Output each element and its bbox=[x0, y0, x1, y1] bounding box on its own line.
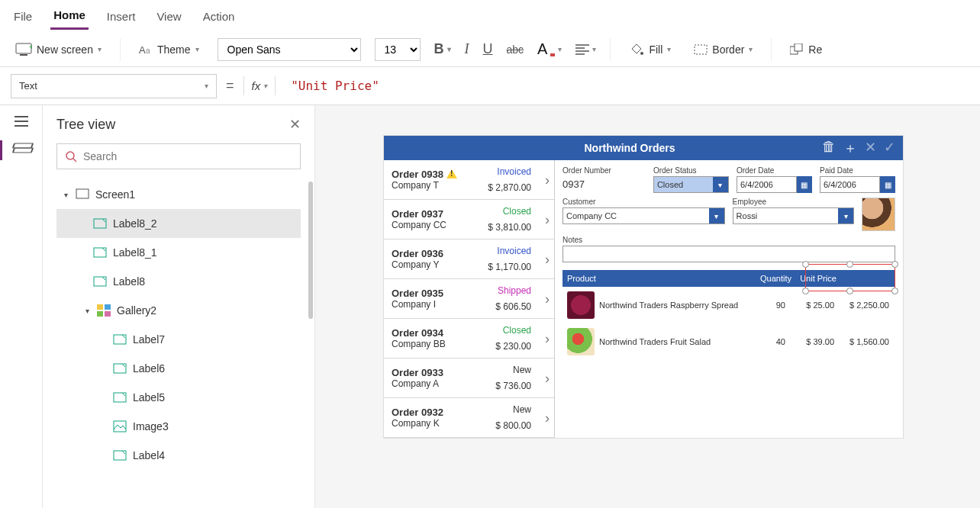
border-button[interactable]: Border ▾ bbox=[689, 40, 757, 59]
tree-item-image3[interactable]: Image3 bbox=[56, 412, 301, 441]
product-image bbox=[567, 291, 595, 319]
strikethrough-button[interactable]: abc bbox=[507, 43, 524, 56]
svg-rect-22 bbox=[114, 393, 126, 402]
chevron-down-icon: ▾ bbox=[838, 208, 853, 223]
close-panel-button[interactable]: ✕ bbox=[289, 116, 301, 133]
chevron-right-icon[interactable]: › bbox=[545, 291, 550, 307]
order-row[interactable]: Order 0933Company ANew$ 736.00› bbox=[384, 358, 554, 398]
app-preview: Northwind Orders 🗑 ＋ ✕ ✓ Order 0938Compa… bbox=[384, 136, 903, 438]
add-icon[interactable]: ＋ bbox=[843, 139, 857, 157]
order-row[interactable]: Order 0935Company IShipped$ 606.50› bbox=[384, 279, 554, 319]
app-title: Northwind Orders bbox=[437, 142, 822, 154]
menu-action[interactable]: Action bbox=[200, 4, 238, 29]
order-status: Shipped bbox=[498, 285, 531, 296]
tree-search[interactable] bbox=[56, 143, 301, 169]
label-icon bbox=[113, 362, 127, 375]
tree-item-label6[interactable]: Label6 bbox=[56, 354, 301, 383]
order-row[interactable]: Order 0932Company KNew$ 800.00› bbox=[384, 398, 554, 438]
tree: ▾ Screen1 Label8_2 Label8_1 L bbox=[56, 180, 301, 470]
menu-view[interactable]: View bbox=[153, 4, 184, 29]
bold-button[interactable]: B▾ bbox=[434, 41, 451, 57]
customer-select[interactable]: Company CC ▾ bbox=[563, 207, 725, 224]
chevron-down-icon: ▾ bbox=[592, 45, 596, 53]
accept-icon[interactable]: ✓ bbox=[884, 139, 895, 157]
underline-button[interactable]: U bbox=[483, 41, 493, 57]
product-name: Northwind Traders Fruit Salad bbox=[599, 337, 743, 346]
font-select[interactable]: Open Sans bbox=[218, 38, 361, 61]
tree-search-input[interactable] bbox=[83, 150, 292, 162]
product-row[interactable]: Northwind Traders Fruit Salad40$ 39.00$ … bbox=[563, 323, 895, 360]
calendar-icon: ▦ bbox=[797, 176, 812, 193]
tree-item-label5[interactable]: Label5 bbox=[56, 383, 301, 412]
label-order-number: Order Number bbox=[563, 166, 646, 175]
order-list: Order 0938Company TInvoiced$ 2,870.00›Or… bbox=[384, 160, 555, 438]
main-area: Tree view ✕ ▾ Screen1 Label8_2 bbox=[0, 105, 980, 508]
tree-item-label8_2[interactable]: Label8_2 bbox=[56, 209, 301, 238]
design-canvas[interactable]: Northwind Orders 🗑 ＋ ✕ ✓ Order 0938Compa… bbox=[315, 105, 980, 508]
svg-rect-20 bbox=[114, 335, 126, 344]
scrollbar-thumb[interactable] bbox=[308, 182, 313, 319]
svg-rect-14 bbox=[94, 248, 106, 257]
chevron-right-icon[interactable]: › bbox=[545, 212, 550, 228]
svg-line-11 bbox=[73, 159, 76, 162]
search-icon bbox=[65, 150, 77, 162]
order-row[interactable]: Order 0934Company BBClosed$ 230.00› bbox=[384, 319, 554, 358]
notes-input[interactable] bbox=[563, 246, 895, 262]
chevron-right-icon[interactable]: › bbox=[545, 410, 550, 426]
cancel-icon[interactable]: ✕ bbox=[865, 139, 876, 157]
product-row[interactable]: Northwind Traders Raspberry Spread90$ 25… bbox=[563, 287, 895, 323]
svg-point-6 bbox=[640, 52, 643, 55]
chevron-right-icon[interactable]: › bbox=[545, 172, 550, 188]
menu-home[interactable]: Home bbox=[50, 2, 89, 30]
tree-view-panel: Tree view ✕ ▾ Screen1 Label8_2 bbox=[43, 105, 315, 508]
property-select[interactable]: Text ▾ bbox=[11, 74, 217, 98]
theme-button[interactable]: Aa Theme ▾ bbox=[134, 40, 204, 59]
label-order-status: Order Status bbox=[653, 166, 729, 175]
order-amount: $ 606.50 bbox=[495, 301, 531, 312]
font-color-button[interactable]: A ▾ bbox=[537, 40, 562, 58]
align-button[interactable]: ▾ bbox=[575, 44, 596, 55]
tree-item-gallery2[interactable]: ▾ Gallery2 bbox=[56, 296, 301, 325]
image-icon bbox=[113, 420, 127, 432]
employee-select[interactable]: Rossi ▾ bbox=[733, 207, 854, 224]
order-id: Order 0932 bbox=[392, 407, 443, 418]
gallery-icon bbox=[97, 304, 111, 317]
fill-button[interactable]: Fill ▾ bbox=[624, 40, 675, 59]
menu-insert[interactable]: Insert bbox=[104, 4, 139, 29]
order-date-picker[interactable]: 6/4/2006 ▦ bbox=[737, 176, 812, 193]
fx-button[interactable]: fx ▾ bbox=[243, 76, 276, 95]
hamburger-icon[interactable] bbox=[15, 116, 28, 127]
tree-item-label4[interactable]: Label4 bbox=[56, 441, 301, 470]
tree-item-label7[interactable]: Label7 bbox=[56, 325, 301, 354]
italic-button[interactable]: I bbox=[465, 41, 469, 57]
chevron-right-icon[interactable]: › bbox=[545, 371, 550, 387]
svg-rect-24 bbox=[114, 451, 126, 460]
selection-handles[interactable] bbox=[805, 264, 895, 291]
tree-item-label8[interactable]: Label8 bbox=[56, 267, 301, 296]
chevron-right-icon[interactable]: › bbox=[545, 252, 550, 268]
col-product: Product bbox=[563, 274, 738, 283]
order-id: Order 0935 bbox=[392, 288, 443, 299]
tree-item-label8_1[interactable]: Label8_1 bbox=[56, 238, 301, 267]
new-screen-button[interactable]: + New screen ▾ bbox=[11, 40, 106, 59]
label-icon bbox=[113, 391, 127, 404]
label-icon bbox=[93, 275, 107, 288]
order-row[interactable]: Order 0937Company CCClosed$ 3,810.00› bbox=[384, 200, 554, 240]
paid-date-picker[interactable]: 6/4/2006 ▦ bbox=[820, 176, 895, 193]
tree-item-screen1[interactable]: ▾ Screen1 bbox=[56, 180, 301, 209]
chevron-right-icon[interactable]: › bbox=[545, 331, 550, 347]
left-rail bbox=[0, 105, 43, 508]
product-ext-price: $ 1,560.00 bbox=[834, 337, 895, 346]
tree-view-icon[interactable] bbox=[13, 140, 30, 154]
reorder-button[interactable]: Re bbox=[785, 40, 827, 59]
order-row[interactable]: Order 0936Company YInvoiced$ 1,170.00› bbox=[384, 240, 554, 279]
font-size-select[interactable]: 13 bbox=[375, 38, 421, 61]
trash-icon[interactable]: 🗑 bbox=[822, 139, 836, 157]
formula-input[interactable] bbox=[285, 74, 969, 98]
border-icon bbox=[694, 44, 708, 55]
order-row[interactable]: Order 0938Company TInvoiced$ 2,870.00› bbox=[384, 160, 554, 200]
menu-file[interactable]: File bbox=[11, 4, 35, 29]
order-status-select[interactable]: Closed ▾ bbox=[653, 176, 729, 193]
svg-rect-17 bbox=[105, 304, 111, 310]
product-qty: 90 bbox=[743, 301, 785, 310]
